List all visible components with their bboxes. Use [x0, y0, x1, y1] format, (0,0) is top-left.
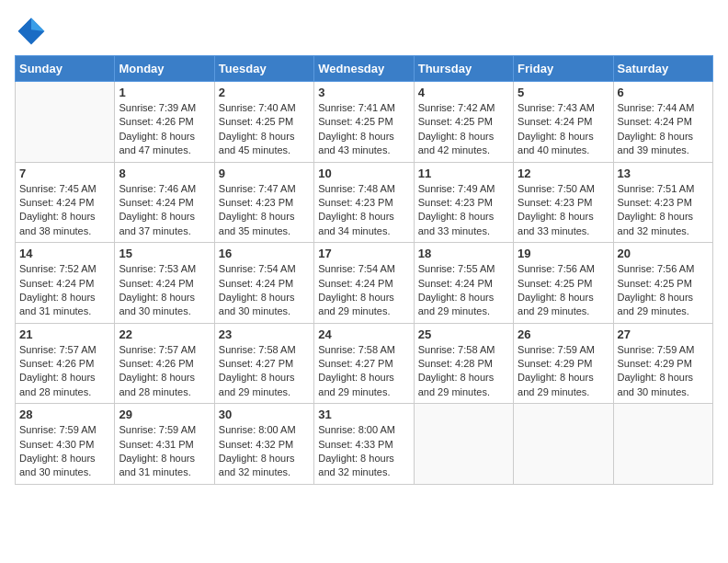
sunrise-text: Sunrise: 8:00 AM — [219, 424, 296, 435]
day-number: 4 — [418, 86, 509, 99]
calendar-cell: 30 Sunrise: 8:00 AM Sunset: 4:32 PM Dayl… — [214, 404, 313, 485]
calendar-cell: 7 Sunrise: 7:45 AM Sunset: 4:24 PM Dayli… — [16, 162, 115, 243]
day-info: Sunrise: 7:48 AM Sunset: 4:23 PM Dayligh… — [318, 182, 409, 239]
day-number: 20 — [618, 247, 709, 260]
calendar-cell: 24 Sunrise: 7:58 AM Sunset: 4:27 PM Dayl… — [314, 323, 414, 404]
calendar-cell: 4 Sunrise: 7:42 AM Sunset: 4:25 PM Dayli… — [414, 82, 513, 163]
calendar-cell: 9 Sunrise: 7:47 AM Sunset: 4:23 PM Dayli… — [214, 162, 313, 243]
sunset-text: Sunset: 4:24 PM — [119, 278, 193, 289]
weekday-header: Monday — [115, 56, 214, 82]
day-number: 18 — [418, 247, 509, 260]
daylight-text: Daylight: 8 hours and 29 minutes. — [418, 292, 495, 316]
daylight-text: Daylight: 8 hours and 43 minutes. — [318, 131, 394, 155]
daylight-text: Daylight: 8 hours and 30 minutes. — [618, 372, 694, 396]
sunset-text: Sunset: 4:24 PM — [418, 278, 493, 289]
sunset-text: Sunset: 4:27 PM — [219, 358, 293, 369]
day-number: 24 — [318, 327, 409, 341]
day-info: Sunrise: 7:59 AM Sunset: 4:29 PM Dayligh… — [518, 343, 609, 400]
calendar-cell: 5 Sunrise: 7:43 AM Sunset: 4:24 PM Dayli… — [514, 82, 613, 163]
calendar-cell: 23 Sunrise: 7:58 AM Sunset: 4:27 PM Dayl… — [214, 323, 313, 404]
weekday-header: Friday — [514, 56, 613, 82]
day-number: 9 — [219, 167, 310, 180]
calendar-cell: 25 Sunrise: 7:58 AM Sunset: 4:28 PM Dayl… — [414, 323, 513, 404]
day-number: 10 — [318, 167, 409, 180]
sunset-text: Sunset: 4:25 PM — [418, 116, 493, 127]
day-number: 14 — [19, 247, 110, 260]
calendar-cell: 20 Sunrise: 7:56 AM Sunset: 4:25 PM Dayl… — [613, 243, 712, 324]
calendar-cell — [613, 404, 712, 485]
sunrise-text: Sunrise: 7:58 AM — [318, 344, 395, 355]
calendar-cell: 14 Sunrise: 7:52 AM Sunset: 4:24 PM Dayl… — [16, 243, 115, 324]
daylight-text: Daylight: 8 hours and 29 minutes. — [518, 292, 594, 316]
daylight-text: Daylight: 8 hours and 39 minutes. — [618, 131, 694, 155]
day-number: 16 — [219, 247, 310, 260]
sunrise-text: Sunrise: 7:57 AM — [19, 344, 97, 355]
sunset-text: Sunset: 4:24 PM — [518, 116, 592, 127]
sunset-text: Sunset: 4:25 PM — [518, 278, 592, 289]
day-number: 1 — [119, 86, 210, 99]
daylight-text: Daylight: 8 hours and 33 minutes. — [418, 211, 495, 236]
day-number: 3 — [318, 86, 409, 99]
calendar-cell: 2 Sunrise: 7:40 AM Sunset: 4:25 PM Dayli… — [214, 82, 313, 163]
day-info: Sunrise: 7:54 AM Sunset: 4:24 PM Dayligh… — [318, 262, 409, 319]
sunrise-text: Sunrise: 7:56 AM — [518, 263, 595, 274]
daylight-text: Daylight: 8 hours and 42 minutes. — [418, 131, 495, 155]
daylight-text: Daylight: 8 hours and 35 minutes. — [219, 211, 295, 236]
svg-marker-2 — [18, 18, 31, 31]
day-info: Sunrise: 7:55 AM Sunset: 4:24 PM Dayligh… — [418, 262, 509, 319]
calendar-cell: 8 Sunrise: 7:46 AM Sunset: 4:24 PM Dayli… — [115, 162, 214, 243]
sunrise-text: Sunrise: 7:58 AM — [219, 344, 296, 355]
daylight-text: Daylight: 8 hours and 40 minutes. — [518, 131, 594, 155]
sunrise-text: Sunrise: 7:39 AM — [119, 102, 196, 113]
day-info: Sunrise: 7:39 AM Sunset: 4:26 PM Dayligh… — [119, 101, 210, 158]
sunset-text: Sunset: 4:23 PM — [219, 197, 293, 208]
calendar-cell: 21 Sunrise: 7:57 AM Sunset: 4:26 PM Dayl… — [16, 323, 115, 404]
daylight-text: Daylight: 8 hours and 29 minutes. — [418, 372, 495, 396]
daylight-text: Daylight: 8 hours and 29 minutes. — [318, 292, 394, 316]
day-number: 27 — [618, 327, 709, 341]
sunset-text: Sunset: 4:24 PM — [19, 197, 94, 208]
day-number: 28 — [19, 408, 110, 421]
day-info: Sunrise: 7:46 AM Sunset: 4:24 PM Dayligh… — [119, 182, 210, 239]
sunrise-text: Sunrise: 7:59 AM — [518, 344, 595, 355]
day-info: Sunrise: 7:44 AM Sunset: 4:24 PM Dayligh… — [618, 101, 709, 158]
sunrise-text: Sunrise: 7:40 AM — [219, 102, 296, 113]
weekday-header: Sunday — [16, 56, 115, 82]
sunset-text: Sunset: 4:24 PM — [618, 116, 692, 127]
sunset-text: Sunset: 4:26 PM — [19, 358, 94, 369]
sunrise-text: Sunrise: 7:46 AM — [119, 183, 196, 194]
sunset-text: Sunset: 4:24 PM — [318, 278, 392, 289]
calendar-cell: 22 Sunrise: 7:57 AM Sunset: 4:26 PM Dayl… — [115, 323, 214, 404]
calendar-cell — [414, 404, 513, 485]
sunset-text: Sunset: 4:23 PM — [518, 197, 592, 208]
calendar-cell: 27 Sunrise: 7:59 AM Sunset: 4:29 PM Dayl… — [613, 323, 712, 404]
day-info: Sunrise: 7:52 AM Sunset: 4:24 PM Dayligh… — [19, 262, 110, 319]
day-number: 13 — [618, 167, 709, 180]
calendar-cell — [514, 404, 613, 485]
sunset-text: Sunset: 4:33 PM — [318, 439, 392, 450]
sunrise-text: Sunrise: 7:51 AM — [618, 183, 695, 194]
day-number: 12 — [518, 167, 609, 180]
sunrise-text: Sunrise: 7:54 AM — [318, 263, 395, 274]
daylight-text: Daylight: 8 hours and 32 minutes. — [618, 211, 694, 236]
sunrise-text: Sunrise: 7:54 AM — [219, 263, 296, 274]
day-number: 26 — [518, 327, 609, 341]
sunset-text: Sunset: 4:25 PM — [318, 116, 392, 127]
day-number: 11 — [418, 167, 509, 180]
sunrise-text: Sunrise: 7:44 AM — [618, 102, 695, 113]
daylight-text: Daylight: 8 hours and 45 minutes. — [219, 131, 295, 155]
daylight-text: Daylight: 8 hours and 31 minutes. — [119, 453, 195, 477]
day-info: Sunrise: 7:41 AM Sunset: 4:25 PM Dayligh… — [318, 101, 409, 158]
calendar-cell: 17 Sunrise: 7:54 AM Sunset: 4:24 PM Dayl… — [314, 243, 414, 324]
sunset-text: Sunset: 4:31 PM — [119, 439, 193, 450]
day-info: Sunrise: 7:54 AM Sunset: 4:24 PM Dayligh… — [219, 262, 310, 319]
day-info: Sunrise: 7:45 AM Sunset: 4:24 PM Dayligh… — [19, 182, 110, 239]
sunrise-text: Sunrise: 8:00 AM — [318, 424, 395, 435]
day-info: Sunrise: 7:43 AM Sunset: 4:24 PM Dayligh… — [518, 101, 609, 158]
day-number: 17 — [318, 247, 409, 260]
calendar-cell: 6 Sunrise: 7:44 AM Sunset: 4:24 PM Dayli… — [613, 82, 712, 163]
sunrise-text: Sunrise: 7:48 AM — [318, 183, 395, 194]
day-number: 23 — [219, 327, 310, 341]
daylight-text: Daylight: 8 hours and 32 minutes. — [318, 453, 394, 477]
calendar-cell: 15 Sunrise: 7:53 AM Sunset: 4:24 PM Dayl… — [115, 243, 214, 324]
